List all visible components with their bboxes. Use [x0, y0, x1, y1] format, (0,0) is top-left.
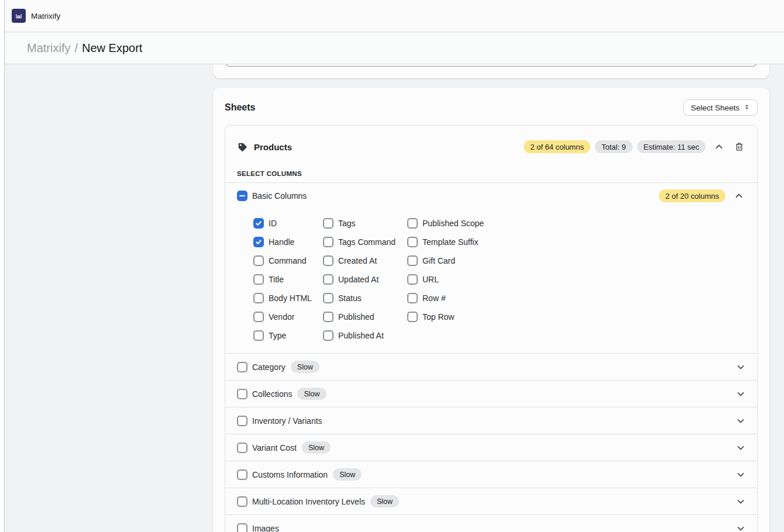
column-group-row[interactable]: Customs InformationSlow [225, 461, 757, 488]
column-label: Tags Command [338, 237, 396, 247]
checkbox-unchecked[interactable] [407, 255, 418, 266]
column-label: Body HTML [269, 293, 312, 303]
column-label: Published Scope [422, 219, 484, 228]
column-checkbox-item[interactable]: Command [253, 251, 323, 270]
column-checkbox-item[interactable]: Gift Card [407, 251, 745, 270]
select-sheets-button[interactable]: Select Sheets [683, 99, 758, 116]
column-group-label: Multi-Location Inventory Levels [252, 497, 365, 506]
chevron-down-icon[interactable] [736, 389, 745, 399]
column-group-row[interactable]: Multi-Location Inventory LevelsSlow [225, 488, 757, 514]
checkbox-unchecked[interactable] [253, 274, 264, 285]
checkbox-unchecked[interactable] [323, 255, 333, 266]
column-label: Status [338, 293, 362, 303]
chevron-down-icon[interactable] [736, 416, 745, 426]
column-checkbox-item[interactable]: Title [253, 270, 323, 289]
column-checkbox-item[interactable]: Vendor [253, 308, 323, 326]
checkbox-unchecked[interactable] [237, 416, 247, 426]
column-group-row[interactable]: Variant CostSlow [225, 434, 757, 461]
checkbox-checked[interactable] [253, 237, 264, 247]
column-label: Top Row [422, 312, 454, 322]
chevron-down-icon[interactable] [736, 524, 745, 532]
checkbox-unchecked[interactable] [407, 274, 418, 285]
column-checkbox-item[interactable]: Published Scope [407, 214, 745, 233]
column-checkbox-item[interactable]: Body HTML [253, 289, 323, 308]
column-checkbox-item[interactable]: Type [253, 326, 323, 345]
checkbox-unchecked[interactable] [253, 330, 264, 341]
sheets-card: Sheets Select Sheets Products 2 of 64 co… [213, 88, 769, 532]
column-group-label: Customs Information [252, 470, 328, 479]
collapse-basic-columns-button[interactable] [733, 189, 745, 202]
column-checkbox-item[interactable]: Published [323, 308, 407, 326]
column-group-row[interactable]: Inventory / Variants [225, 407, 757, 434]
checkbox-unchecked[interactable] [407, 218, 418, 229]
checkbox-unchecked[interactable] [237, 469, 247, 480]
checkbox-unchecked[interactable] [253, 255, 264, 266]
slow-badge: Slow [333, 468, 362, 481]
column-checkbox-item[interactable]: Tags [323, 214, 407, 233]
column-checkbox-item[interactable]: Row # [407, 289, 745, 308]
checkbox-unchecked[interactable] [237, 389, 247, 399]
app-name: Matrixify [31, 12, 60, 20]
column-checkbox-item[interactable]: Status [323, 289, 407, 308]
clipped-input-bottom [225, 64, 757, 67]
checkbox-unchecked[interactable] [323, 312, 333, 322]
select-columns-label: SELECT COLUMNS [237, 170, 745, 177]
column-group-row[interactable]: CollectionsSlow [225, 380, 757, 407]
trash-icon [734, 141, 744, 152]
column-group-row[interactable]: Images [225, 514, 757, 532]
chevron-down-icon[interactable] [736, 470, 745, 479]
basic-columns-grid: IDHandleCommandTitleBody HTMLVendorTypeT… [253, 214, 745, 345]
matrixify-logo-icon[interactable] [12, 9, 26, 23]
checkbox-unchecked[interactable] [323, 218, 333, 229]
delete-sheet-button[interactable] [733, 140, 745, 153]
checkbox-unchecked[interactable] [323, 274, 333, 285]
column-label: Type [269, 331, 286, 340]
basic-columns-count-badge: 2 of 20 columns [659, 189, 725, 202]
column-checkbox-item[interactable]: Published At [323, 326, 407, 345]
checkbox-unchecked[interactable] [237, 443, 247, 453]
checkbox-unchecked[interactable] [253, 312, 264, 322]
column-label: Updated At [338, 275, 379, 284]
column-checkbox-item[interactable]: Top Row [407, 308, 745, 326]
column-group-label: Inventory / Variants [252, 416, 322, 426]
column-checkbox-item[interactable]: Tags Command [323, 233, 407, 251]
total-badge: Total: 9 [595, 140, 632, 153]
slow-badge: Slow [302, 441, 331, 454]
column-label: Template Suffix [422, 237, 478, 247]
column-checkbox-item[interactable]: Handle [253, 233, 323, 251]
column-checkbox-item[interactable]: Created At [323, 251, 407, 270]
checkbox-unchecked[interactable] [323, 237, 333, 247]
column-checkbox-item[interactable]: URL [407, 270, 745, 289]
chevron-down-icon[interactable] [736, 443, 745, 452]
checkbox-unchecked[interactable] [323, 330, 333, 341]
select-caret-icon [744, 103, 750, 113]
checkbox-unchecked[interactable] [407, 237, 418, 247]
sheets-heading: Sheets [225, 102, 255, 113]
checkbox-unchecked[interactable] [323, 293, 333, 303]
basic-columns-header[interactable]: Basic Columns 2 of 20 columns [237, 188, 745, 203]
estimate-badge: Estimate: 11 sec [637, 140, 706, 153]
divider [225, 182, 757, 183]
checkbox-unchecked[interactable] [237, 362, 247, 372]
breadcrumb-separator: / [74, 42, 78, 54]
checkbox-checked[interactable] [253, 218, 264, 229]
products-sheet-panel: Products 2 of 64 columns Total: 9 Estima… [225, 125, 758, 532]
checkbox-unchecked[interactable] [253, 293, 264, 303]
checkbox-indeterminate[interactable] [237, 191, 247, 201]
column-checkbox-item[interactable]: Template Suffix [407, 233, 745, 251]
app-topbar: Matrixify [5, 0, 784, 32]
column-checkbox-item[interactable]: ID [253, 214, 323, 233]
column-label: Command [269, 256, 307, 265]
column-group-row[interactable]: CategorySlow [225, 353, 757, 380]
column-checkbox-item[interactable]: Updated At [323, 270, 407, 289]
chevron-down-icon[interactable] [736, 497, 745, 506]
checkbox-unchecked[interactable] [407, 293, 418, 303]
breadcrumb-parent-link[interactable]: Matrixify [27, 42, 70, 54]
slow-badge: Slow [370, 495, 399, 507]
checkbox-unchecked[interactable] [237, 523, 247, 532]
collapse-sheet-button[interactable] [713, 140, 725, 153]
checkbox-unchecked[interactable] [407, 312, 418, 322]
chevron-down-icon[interactable] [736, 362, 745, 372]
window-left-edge [0, 0, 5, 532]
checkbox-unchecked[interactable] [237, 496, 247, 507]
